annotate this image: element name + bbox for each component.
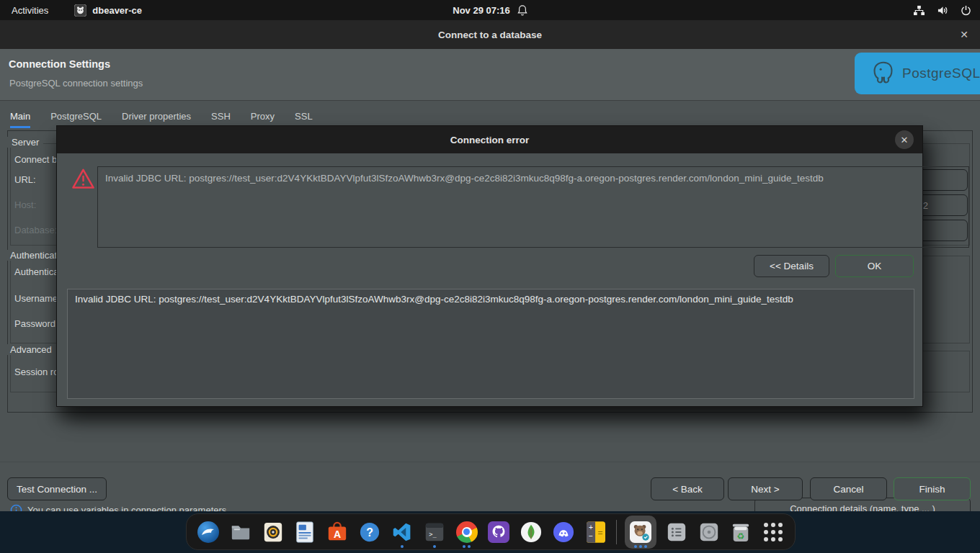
details-toggle-button[interactable]: << Details [754, 255, 829, 277]
trash-icon: ♻ [731, 521, 751, 543]
postgresql-logo: PostgreSQL [855, 53, 980, 94]
top-bar: Activities dbeaver-ce Nov 29 07:16 [0, 0, 980, 20]
database-label: Database: [14, 225, 57, 235]
connection-error-dialog: Connection error ✕ Invalid JDBC URL: pos… [56, 125, 923, 407]
error-dialog-titlebar[interactable]: Connection error [57, 126, 922, 153]
postgresql-logo-label: PostgreSQL [902, 66, 980, 81]
dbeaver-icon [630, 521, 651, 543]
svg-text:?: ? [366, 526, 373, 538]
window-titlebar[interactable]: Connect to a database ✕ [0, 20, 980, 49]
dock-item-disc-burner[interactable] [697, 516, 721, 549]
clock-menu[interactable]: Nov 29 07:16 [453, 5, 510, 16]
postgresql-elephant-icon [868, 58, 899, 89]
error-dialog-title: Connection error [450, 135, 530, 145]
dock-item-chrome[interactable] [455, 516, 479, 549]
dock-item-discord[interactable] [551, 516, 576, 549]
dock-item-files[interactable] [228, 516, 253, 549]
dbeaver-app-icon [74, 4, 86, 17]
disc-icon [698, 521, 720, 543]
window-title: Connect to a database [438, 30, 542, 40]
window-close-button[interactable]: ✕ [958, 29, 970, 40]
host-label: Host: [14, 199, 36, 210]
boxes-icon [666, 521, 687, 543]
buttonbar-separator [0, 462, 980, 462]
mongodb-icon [520, 521, 542, 543]
svg-text:>_: >_ [429, 531, 437, 538]
power-icon [961, 5, 971, 16]
github-icon [488, 521, 509, 543]
dock-item-trash[interactable]: ♻ [729, 516, 753, 549]
error-details-textarea[interactable]: Invalid JDBC URL: postgres://test_user:d… [67, 289, 914, 399]
cancel-button[interactable]: Cancel [810, 477, 887, 500]
ok-button[interactable]: OK [835, 255, 914, 277]
network-icon [913, 5, 925, 16]
activities-button[interactable]: Activities [12, 5, 48, 16]
dock-item-github-desktop[interactable] [486, 516, 511, 549]
advanced-group-label: Advanced [6, 344, 56, 355]
tab-main[interactable]: Main [10, 111, 30, 128]
rhythmbox-icon [262, 521, 284, 543]
terminal-icon: >_ [424, 522, 445, 542]
next-button[interactable]: Next > [728, 477, 803, 500]
focused-app-menu[interactable]: dbeaver-ce [74, 4, 142, 17]
svg-text:+: + [589, 523, 593, 531]
dock-item-rhythmbox[interactable] [261, 516, 285, 549]
server-group-label: Server [7, 137, 43, 148]
thunderbird-icon [197, 521, 220, 544]
dock-item-libreoffice-writer[interactable] [293, 516, 317, 549]
wizard-header: Connection Settings PostgreSQL connectio… [0, 49, 980, 101]
svg-text:−: − [589, 532, 593, 540]
vscode-icon [392, 522, 412, 542]
dock-item-app-grid[interactable] [761, 516, 785, 549]
dock-item-dbeaver[interactable] [625, 516, 656, 549]
calculator-icon: +−= [587, 521, 605, 543]
error-warning-icon [71, 168, 95, 193]
writer-icon [295, 521, 315, 543]
dock-item-calculator[interactable]: +−= [584, 516, 608, 549]
username-label: Username [14, 293, 58, 304]
chrome-icon [456, 521, 478, 543]
page-title: Connection Settings [9, 58, 110, 70]
svg-text:♻: ♻ [737, 531, 745, 541]
back-button[interactable]: < Back [651, 477, 724, 500]
app-name-label: dbeaver-ce [92, 5, 142, 16]
dock-item-terminal[interactable]: >_ [422, 516, 447, 549]
connect-by-label: Connect by [14, 154, 62, 165]
password-label: Password [14, 318, 55, 329]
error-message-box: Invalid JDBC URL: postgres://test_user:d… [97, 166, 969, 248]
dock-item-ubuntu-software[interactable]: A [325, 516, 349, 549]
error-dialog-close-button[interactable]: ✕ [895, 130, 914, 149]
ubuntu-software-icon: A [326, 521, 348, 543]
dock-item-mongodb[interactable] [519, 516, 543, 549]
error-message-text: Invalid JDBC URL: postgres://test_user:d… [105, 173, 824, 184]
svg-text:A: A [334, 529, 341, 540]
url-label: URL: [14, 174, 36, 185]
desktop-strip: A ? >_ +−= ♻ [0, 511, 980, 553]
notification-bell-icon [517, 4, 527, 16]
help-icon: ? [359, 521, 380, 543]
finish-button[interactable]: Finish [894, 477, 971, 500]
discord-icon [553, 521, 574, 543]
system-status-menu[interactable] [913, 0, 971, 20]
files-icon [230, 521, 251, 543]
app-grid-icon [764, 523, 783, 541]
dock-item-vscode[interactable] [390, 516, 414, 549]
dock-item-boxes[interactable] [664, 516, 689, 549]
volume-icon [937, 5, 949, 16]
dock: A ? >_ +−= ♻ [186, 513, 796, 550]
dock-item-thunderbird[interactable] [196, 516, 220, 549]
dock-separator [616, 520, 617, 544]
svg-text:=: = [597, 527, 602, 537]
page-subtitle: PostgreSQL connection settings [9, 78, 143, 89]
test-connection-button[interactable]: Test Connection ... [7, 477, 107, 500]
dbeaver-active-highlight [625, 516, 656, 549]
dock-item-help[interactable]: ? [357, 516, 382, 549]
